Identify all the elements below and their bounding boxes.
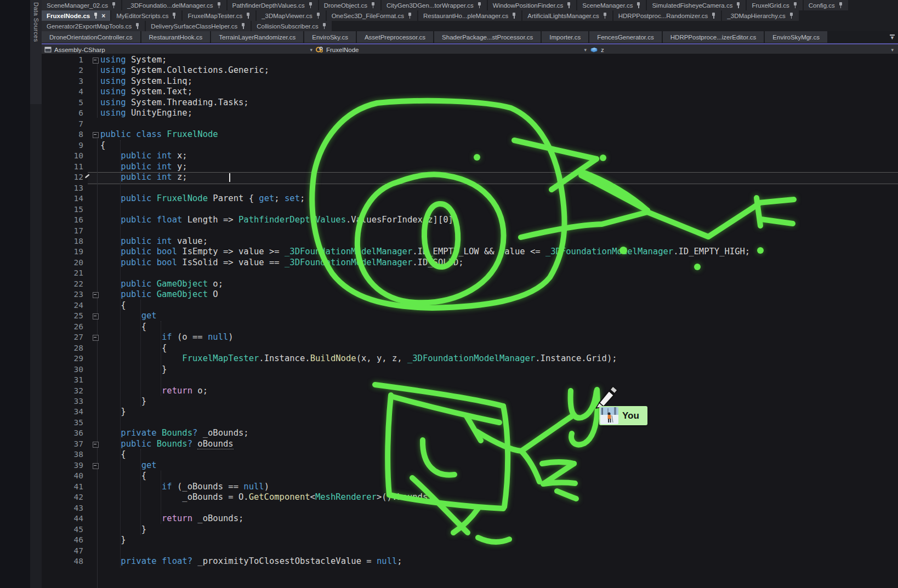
tab-label: FruxelGrid.cs: [752, 2, 789, 9]
document-tab[interactable]: Importer.cs: [542, 31, 588, 43]
fold-column[interactable]: [91, 129, 100, 140]
pin-icon[interactable]: [371, 2, 376, 8]
code-line: 18 public int value;: [42, 236, 898, 247]
code-line: 41 if (_oBounds == null): [42, 482, 898, 492]
pin-icon[interactable]: [308, 2, 313, 8]
tab-label: Config.cs: [809, 2, 835, 9]
collapse-icon[interactable]: [93, 442, 99, 448]
tab-overflow-button[interactable]: ▼: [890, 35, 895, 40]
pin-icon[interactable]: [838, 2, 843, 8]
line-number: 18: [42, 236, 83, 247]
fold-column[interactable]: [91, 311, 100, 321]
document-tab[interactable]: MyEditorScripts.cs: [111, 10, 181, 21]
tab-label: TerrainLayerRandomizer.cs: [219, 34, 295, 41]
pin-icon[interactable]: [407, 13, 412, 19]
document-tab[interactable]: _3DMapHierarchy.cs: [722, 10, 799, 21]
code-line: 3using System.Linq;: [42, 76, 898, 87]
document-tab[interactable]: HDRPPostproc...Randomizer.cs: [613, 10, 721, 21]
document-tab[interactable]: SceneManager_02.cs: [42, 0, 121, 10]
pin-icon[interactable]: [111, 2, 116, 8]
tab-label: AssetPreprocessor.cs: [365, 34, 425, 41]
document-tab[interactable]: EnviroSkyMgr.cs: [765, 31, 827, 43]
fold-column[interactable]: [91, 55, 100, 65]
document-tab[interactable]: TerrainLayerRandomizer.cs: [211, 31, 303, 43]
document-tab[interactable]: _3DMapViewer.cs: [257, 10, 325, 21]
pin-icon[interactable]: [793, 2, 798, 8]
document-tab[interactable]: HDRPPostproce...izerEditor.cs: [663, 31, 764, 43]
line-number: 30: [42, 364, 83, 375]
fold-column: [91, 492, 100, 503]
pin-icon[interactable]: [316, 13, 321, 19]
line-number: 22: [42, 279, 83, 289]
document-tab[interactable]: WindowPositionFinder.cs: [488, 0, 576, 10]
collapse-icon[interactable]: [93, 132, 99, 138]
collapse-icon[interactable]: [93, 463, 99, 469]
fold-column[interactable]: [91, 439, 100, 449]
close-icon[interactable]: ×: [101, 13, 105, 19]
collapse-icon[interactable]: [93, 58, 99, 64]
code-line: 33 }: [42, 396, 898, 407]
sidebar-tab-data-sources[interactable]: Data Sources: [30, 0, 42, 104]
document-tab[interactable]: EnviroSky.cs: [304, 31, 356, 43]
document-tab[interactable]: _3DFoundatio...delManager.cs: [122, 0, 226, 10]
code-line: 44 return _oBounds;: [42, 513, 898, 524]
collapse-icon[interactable]: [93, 292, 99, 298]
pin-icon[interactable]: [789, 13, 794, 19]
collapse-icon[interactable]: [93, 313, 99, 319]
document-tab[interactable]: FencesGenerator.cs: [589, 31, 662, 43]
code-text: {: [100, 322, 146, 332]
pin-icon[interactable]: [566, 2, 571, 8]
pin-icon[interactable]: [603, 13, 607, 19]
fold-column[interactable]: [91, 332, 100, 342]
collapse-icon[interactable]: [93, 335, 99, 341]
document-tab[interactable]: DroneOrientationController.cs: [42, 31, 140, 43]
document-tab[interactable]: ShaderPackage...stProcessor.cs: [434, 31, 541, 43]
pin-icon[interactable]: [711, 13, 716, 19]
code-editor[interactable]: 1using System;2using System.Collections.…: [42, 54, 898, 588]
fold-column[interactable]: [91, 289, 100, 300]
line-number: 35: [42, 418, 83, 428]
pin-icon[interactable]: [736, 2, 741, 8]
gutter-marker: [83, 460, 91, 471]
code-line: 35: [42, 418, 898, 428]
fold-column[interactable]: [91, 460, 100, 471]
pin-icon[interactable]: [322, 23, 327, 29]
document-tab[interactable]: DroneObject.cs: [319, 0, 380, 10]
fold-column: [91, 183, 100, 193]
document-tab[interactable]: AssetPreprocessor.cs: [357, 31, 433, 43]
document-tab[interactable]: Generator2ExportMapTools.cs: [42, 21, 145, 31]
fold-column: [91, 503, 100, 513]
pin-icon[interactable]: [246, 13, 251, 19]
gutter-marker: [83, 183, 91, 193]
pin-icon[interactable]: [241, 23, 246, 29]
fold-column: [91, 546, 100, 556]
pin-icon[interactable]: [93, 13, 98, 19]
document-tab[interactable]: CityGen3DGen...torWrapper.cs: [382, 0, 487, 10]
document-tab[interactable]: OneSec3D_FileFormat.cs: [327, 10, 417, 21]
document-tab[interactable]: RestaurantHook.cs: [141, 31, 211, 43]
document-tab[interactable]: FruxelGrid.cs: [747, 0, 802, 10]
document-tab[interactable]: CollisionSubscriber.cs: [252, 21, 332, 31]
pin-icon[interactable]: [135, 23, 140, 29]
pin-icon[interactable]: [636, 2, 641, 8]
pin-icon[interactable]: [217, 2, 221, 8]
pin-icon[interactable]: [511, 13, 516, 19]
document-tab[interactable]: ArtificialLightsManager.cs: [522, 10, 612, 21]
document-tab[interactable]: FruxelMapTester.cs: [183, 10, 255, 21]
document-tab[interactable]: SimulatedFisheyeCamera.cs: [647, 0, 746, 10]
document-tab[interactable]: SceneManager.cs: [577, 0, 646, 10]
line-number: 5: [42, 98, 83, 108]
fold-column: [91, 236, 100, 247]
document-tab[interactable]: RestaurantHo...pleManager.cs: [418, 10, 521, 21]
document-tab[interactable]: Config.cs: [804, 0, 848, 10]
document-tab-active[interactable]: FruxelNode.cs×: [42, 10, 110, 21]
code-line: 34 }: [42, 407, 898, 417]
pin-icon[interactable]: [477, 2, 482, 8]
document-tab[interactable]: DeliverySurfaceClassHelper.cs: [146, 21, 251, 31]
tab-label: Generator2ExportMapTools.cs: [47, 23, 132, 30]
pin-icon[interactable]: [172, 13, 177, 19]
document-tab[interactable]: PathfinderDepthValues.cs: [228, 0, 318, 10]
fold-column: [91, 407, 100, 417]
field-icon: [590, 46, 598, 53]
code-text: }: [100, 524, 146, 535]
